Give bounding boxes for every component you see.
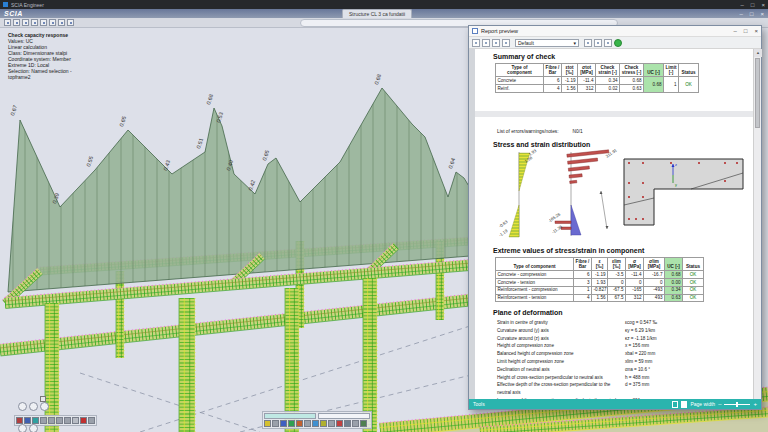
dialog-titlebar[interactable]: Report preview – □ × (469, 26, 761, 37)
dialog-title: Report preview (481, 28, 518, 34)
nav-button[interactable] (29, 424, 38, 432)
viewport-tab[interactable]: Structure CL 3 ca fundatii (342, 9, 412, 18)
scene-settings-icon[interactable] (264, 420, 271, 427)
nav-button[interactable] (18, 402, 27, 411)
app-maximize-icon[interactable]: □ (750, 10, 754, 18)
viewport-toolbar-icon[interactable] (48, 417, 55, 424)
viewport-toolbar-icon[interactable] (56, 417, 63, 424)
view-mode-field[interactable] (264, 413, 316, 419)
copy-icon[interactable] (67, 19, 74, 26)
cross-section-diagram: z y (621, 153, 747, 229)
dialog-maximize-icon[interactable]: □ (744, 27, 748, 35)
app-close-icon[interactable]: × (760, 10, 764, 18)
link-icon[interactable] (31, 19, 38, 26)
scene-settings-icon[interactable] (328, 420, 335, 427)
scene-settings-icon[interactable] (288, 420, 295, 427)
table-cell: 1.93 (592, 279, 608, 287)
table-cell: -165 (626, 286, 644, 294)
plane-label: Height of compression zone (497, 342, 625, 350)
single-page-icon[interactable] (672, 401, 678, 408)
table-cell: 4 (544, 85, 562, 93)
scene-settings-icon[interactable] (352, 420, 359, 427)
nav-button[interactable] (29, 402, 38, 411)
app-minimize-icon[interactable]: – (740, 10, 743, 18)
table-cell: Reinf. (496, 85, 544, 93)
page-setup-icon[interactable] (492, 39, 500, 47)
table-cell: 1.56 (562, 85, 578, 93)
scene-settings-icon[interactable] (280, 420, 287, 427)
nav-button[interactable] (18, 424, 27, 432)
report-toolbar: Default ▾ (469, 37, 761, 49)
viewport-toolbar-icon[interactable] (16, 417, 23, 424)
plane-label: Curvature around (y) axis (497, 327, 625, 335)
viewport-toolbar-icon[interactable] (64, 417, 71, 424)
table-cell: 0.68 (644, 77, 664, 92)
axis-y-label: y (675, 182, 677, 187)
table-cell: 1 (574, 286, 592, 294)
scene-settings-icon[interactable] (360, 420, 367, 427)
settings-icon[interactable] (472, 39, 480, 47)
plane-row: Strain in centre of gravityεcog = 0.547 … (497, 319, 657, 327)
viewport-toolbar-icon[interactable] (32, 417, 39, 424)
zoom-slider[interactable] (724, 404, 750, 405)
viewport-toolbar-icon[interactable] (24, 417, 31, 424)
table-cell: 0.02 (596, 85, 620, 93)
dialog-close-icon[interactable]: × (754, 27, 758, 35)
minimize-icon[interactable]: – (741, 1, 744, 9)
mail-icon[interactable] (58, 19, 65, 26)
page-width-icon[interactable] (681, 401, 687, 408)
table-header-cell: Limit [-] (664, 64, 679, 77)
view-navigation-buttons (18, 402, 49, 411)
dialog-minimize-icon[interactable]: – (734, 27, 737, 35)
scroll-up-icon[interactable]: ▲ (754, 49, 762, 57)
table-cell: -11.4 (626, 271, 644, 279)
viewport-toolbar-icon[interactable] (40, 417, 47, 424)
scrollbar-thumb[interactable] (755, 58, 760, 128)
print-icon[interactable] (482, 39, 490, 47)
display-settings-field[interactable] (318, 413, 370, 419)
plane-row: Effective depth of the cross-section per… (497, 381, 657, 397)
scene-settings-icon[interactable] (272, 420, 279, 427)
table-cell: Reinforcement - tension (496, 294, 574, 302)
new-document-icon[interactable] (4, 19, 11, 26)
scene-settings-icon[interactable] (304, 420, 311, 427)
table-row: Concrete - tension31.930000.00OK (496, 279, 704, 287)
errors-value: N0/1 (573, 129, 583, 134)
cut-icon[interactable] (22, 19, 29, 26)
zoom-in-button[interactable]: + (753, 400, 757, 408)
scene-settings-icon[interactable] (312, 420, 319, 427)
maximize-icon[interactable]: □ (751, 1, 755, 9)
viewport-toolbar-icon[interactable] (72, 417, 79, 424)
export-icon[interactable] (502, 39, 510, 47)
table-cell: -1.19 (562, 77, 578, 85)
scene-settings-toolbar (262, 411, 372, 429)
errors-label: List of errors/warnings/notes: (497, 129, 559, 134)
view-icon[interactable] (49, 19, 56, 26)
page-width-label: Page width (690, 401, 715, 407)
plane-label: Declination of neutral axis (497, 366, 625, 374)
zoom-out-icon[interactable] (594, 39, 602, 47)
table-cell: 0.34 (596, 77, 620, 85)
scene-settings-icon[interactable] (320, 420, 327, 427)
table-cell: 493 (644, 294, 665, 302)
zoom-out-button[interactable]: – (718, 400, 721, 408)
viewport-toolbar-icon[interactable] (88, 417, 95, 424)
scene-settings-icon[interactable] (336, 420, 343, 427)
close-icon[interactable]: × (761, 1, 765, 9)
plane-label: Balanced height of compression zone (497, 350, 625, 358)
scene-settings-icon[interactable] (344, 420, 351, 427)
print-icon[interactable] (40, 19, 47, 26)
table-header-cell: Type of component (496, 64, 544, 77)
open-project-icon[interactable] (13, 19, 20, 26)
regenerate-icon[interactable] (614, 39, 622, 47)
scene-settings-icon[interactable] (296, 420, 303, 427)
viewport-toolbar-icon[interactable] (80, 417, 87, 424)
zoom-in-icon[interactable] (584, 39, 592, 47)
scia-engineer-window: SCIA Engineer – □ × SCIA – □ × Structure… (0, 0, 768, 432)
nav-button[interactable] (40, 402, 49, 411)
report-scrollbar[interactable]: ▲ (753, 49, 761, 399)
zoom-slider-thumb[interactable] (736, 402, 738, 407)
table-layout-icon[interactable] (604, 39, 612, 47)
plane-row: Height of compression zonex = 156 mm (497, 342, 657, 350)
report-profile-select[interactable]: Default ▾ (515, 39, 579, 47)
